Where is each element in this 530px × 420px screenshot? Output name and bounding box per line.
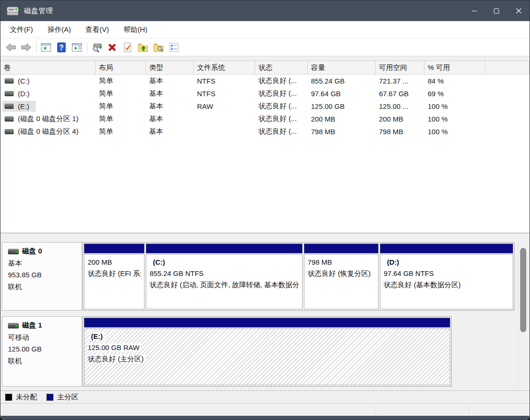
col-free-space[interactable]: 可用空间	[376, 61, 424, 74]
volume-label: (D:)	[18, 90, 30, 98]
scrollbar-thumb[interactable]	[520, 248, 526, 332]
partition-status: 状态良好 (恢复分区)	[308, 268, 375, 279]
disk-graph-pane: 磁盘 0 基本 953.85 GB 联机 200 MB 状态良好 (EFI 系统…	[0, 240, 530, 390]
svg-text:?: ?	[59, 44, 64, 52]
cell-status: 状态良好 (...	[255, 102, 308, 111]
partition-color-bar	[84, 318, 450, 328]
col-filesystem[interactable]: 文件系统	[194, 61, 255, 74]
toolbar-separator	[36, 42, 37, 53]
disk1-type: 可移动	[8, 331, 79, 343]
forward-arrow-icon[interactable]	[20, 41, 32, 53]
cell-pct: 100 %	[424, 128, 485, 136]
disk0-size: 953.85 GB	[8, 269, 79, 281]
volume-drive-icon	[5, 78, 14, 84]
menu-view[interactable]: 查看(V)	[84, 23, 110, 36]
maximize-icon	[494, 8, 499, 14]
cell-free: 798 MB	[376, 128, 424, 136]
help-icon[interactable]: ?	[55, 41, 68, 53]
col-status[interactable]: 状态	[255, 61, 308, 74]
legend-primary-label: 主分区	[57, 393, 78, 402]
cell-pct: 100 %	[424, 115, 485, 123]
delete-partition-icon[interactable]	[106, 41, 118, 53]
volume-drive-icon	[5, 91, 14, 96]
disk0-name: 磁盘 0	[22, 247, 42, 256]
rescan-disks-icon[interactable]	[90, 41, 103, 53]
cell-fs: RAW	[194, 102, 255, 110]
cell-capacity: 125.00 GB	[308, 102, 376, 110]
disk1-size: 125.00 GB	[8, 343, 79, 355]
menu-action[interactable]: 操作(A)	[46, 23, 72, 36]
folder-search-icon[interactable]	[152, 41, 165, 53]
cell-free: 125.00 ...	[376, 102, 424, 110]
volume-label: (E:)	[18, 102, 29, 110]
disk0-info-box[interactable]: 磁盘 0 基本 953.85 GB 联机	[2, 242, 82, 311]
cell-type: 基本	[146, 127, 194, 136]
properties-checklist-icon[interactable]	[167, 41, 180, 53]
cell-status: 状态良好 (...	[255, 115, 308, 123]
minimize-button[interactable]	[463, 0, 485, 21]
pane-splitter[interactable]	[0, 233, 530, 240]
cell-pct: 100 %	[424, 102, 485, 110]
cell-capacity: 97.64 GB	[308, 90, 376, 98]
partition-size: 855.24 GB NTFS	[150, 268, 299, 279]
partition-e-selected[interactable]: (E:) 125.00 GB RAW 状态良好 (主分区)	[84, 318, 450, 385]
cell-type: 基本	[146, 89, 194, 98]
close-icon	[515, 8, 522, 14]
back-arrow-icon[interactable]	[4, 41, 17, 53]
legend-unallocated-swatch	[5, 394, 12, 401]
validate-document-icon[interactable]	[121, 41, 134, 53]
partition-efi[interactable]: 200 MB 状态良好 (EFI 系统分区)	[84, 244, 144, 309]
cell-capacity: 855.24 GB	[308, 77, 376, 85]
partition-status: 状态良好 (启动, 页面文件, 故障转储, 基本数据分区)	[150, 279, 299, 290]
col-pct-free[interactable]: % 可用	[424, 61, 485, 74]
partition-size: 200 MB	[88, 257, 141, 268]
cell-capacity: 798 MB	[308, 128, 376, 136]
disk1-partition-strip: (E:) 125.00 GB RAW 状态良好 (主分区)	[83, 316, 452, 387]
volume-drive-icon	[5, 104, 14, 109]
table-row-e-selected[interactable]: (E:) 简单 基本 RAW 状态良好 (... 125.00 GB 125.0…	[0, 100, 530, 113]
partition-status: 状态良好 (EFI 系统分区)	[88, 268, 141, 279]
table-row-c[interactable]: (C:) 简单 基本 NTFS 状态良好 (... 855.24 GB 721.…	[0, 75, 530, 87]
partition-d[interactable]: (D:) 97.64 GB NTFS 状态良好 (基本数据分区)	[380, 244, 513, 309]
cell-layout: 简单	[96, 76, 146, 85]
volume-label: (C:)	[18, 77, 30, 85]
volume-label: (磁盘 0 磁盘分区 4)	[18, 127, 78, 136]
table-row-d[interactable]: (D:) 简单 基本 NTFS 状态良好 (... 97.64 GB 67.67…	[0, 87, 530, 100]
partition-recovery[interactable]: 798 MB 状态良好 (恢复分区)	[304, 244, 379, 309]
folder-up-icon[interactable]	[136, 41, 149, 53]
partition-status: 状态良好 (基本数据分区)	[384, 279, 509, 290]
col-type[interactable]: 类型	[146, 61, 194, 74]
cell-status: 状态良好 (...	[255, 89, 308, 98]
col-volume[interactable]: 卷	[0, 61, 96, 74]
vertical-scrollbar[interactable]	[518, 241, 528, 388]
cell-fs: NTFS	[194, 90, 255, 98]
table-row-partition1[interactable]: (磁盘 0 磁盘分区 1) 简单 基本 状态良好 (... 200 MB 200…	[0, 113, 530, 125]
window-bottom-edge	[0, 416, 530, 420]
partition-status: 状态良好 (主分区)	[88, 355, 145, 363]
partition-size: 125.00 GB RAW	[88, 344, 141, 351]
status-bar	[0, 404, 530, 416]
menu-bar: 文件(F) 操作(A) 查看(V) 帮助(H)	[0, 21, 530, 38]
maximize-button[interactable]	[485, 0, 507, 21]
table-row-partition4[interactable]: (磁盘 0 磁盘分区 4) 简单 基本 状态良好 (... 798 MB 798…	[0, 125, 530, 138]
disk0-partition-strip: 200 MB 状态良好 (EFI 系统分区) (C:) 855.24 GB NT…	[83, 242, 515, 311]
console-tree-toggle-icon[interactable]	[39, 41, 52, 53]
col-layout[interactable]: 布局	[96, 61, 146, 74]
cell-layout: 简单	[96, 115, 146, 123]
partition-color-bar	[84, 244, 144, 253]
cell-fs: NTFS	[194, 77, 255, 85]
toolbar-gap	[0, 56, 530, 61]
menu-file[interactable]: 文件(F)	[9, 23, 34, 36]
disk0-type: 基本	[8, 257, 79, 269]
volume-drive-icon	[5, 129, 14, 134]
close-button[interactable]	[507, 0, 530, 21]
disk1-info-box[interactable]: 磁盘 1 可移动 125.00 GB 联机	[2, 316, 82, 387]
volume-list-pane: 卷 布局 类型 文件系统 状态 容量 可用空间 % 可用 (C:) 简单 基本 …	[0, 61, 530, 233]
menu-help[interactable]: 帮助(H)	[122, 23, 148, 36]
col-capacity[interactable]: 容量	[308, 61, 376, 74]
app-disk-icon	[7, 6, 19, 16]
partition-c[interactable]: (C:) 855.24 GB NTFS 状态良好 (启动, 页面文件, 故障转储…	[146, 244, 303, 309]
action-pane-toggle-icon[interactable]	[70, 41, 83, 53]
cell-status: 状态良好 (...	[255, 127, 308, 136]
legend-primary-swatch	[46, 394, 53, 401]
